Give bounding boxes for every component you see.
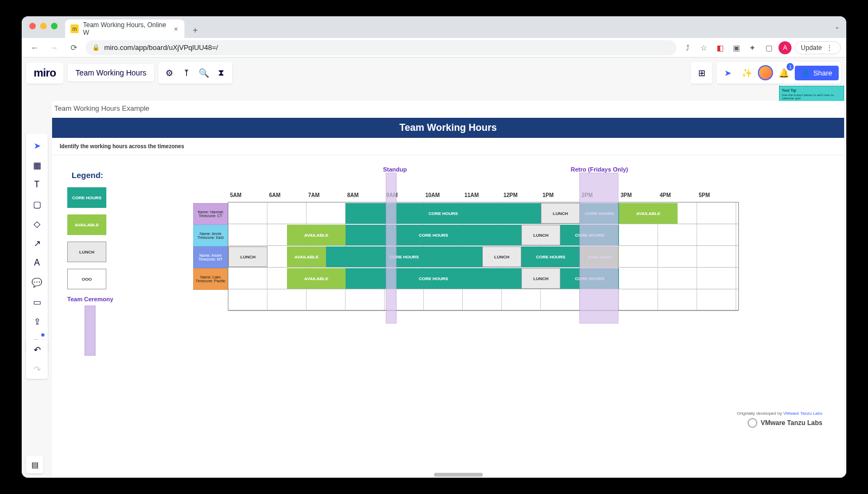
address-bar[interactable]: 🔒 miro.com/app/board/uXjVPqlUU48=/ <box>86 40 676 55</box>
footer-credit: Originally developed by VMware Tanzu Lab… <box>737 411 822 416</box>
update-button[interactable]: Update ⋮ <box>795 41 841 54</box>
block-core[interactable]: CORE HOURS <box>346 225 521 245</box>
block-lunch[interactable]: LUNCH <box>541 203 580 224</box>
profile-avatar[interactable]: A <box>778 41 792 54</box>
miro-right-toolbar: ⊞ ➤ ✨ 🔔1 👤 Share <box>691 62 841 84</box>
search-icon[interactable]: 🔍 <box>195 64 213 81</box>
minimize-window-button[interactable] <box>40 23 47 29</box>
tab-list-button[interactable]: ⌄ <box>834 23 840 30</box>
reactions-icon[interactable]: ✨ <box>738 64 756 81</box>
standup-column[interactable] <box>386 173 397 324</box>
tab-favicon: m <box>71 24 79 33</box>
reload-button[interactable]: ⟳ <box>66 40 81 55</box>
legend-ooo[interactable]: OOO <box>67 269 106 289</box>
retro-label: Retro (Fridays Only) <box>571 166 628 173</box>
hour-label: 6AM <box>269 192 308 198</box>
block-lunch[interactable]: LUNCH <box>228 246 267 267</box>
extension-icon[interactable]: ◧ <box>713 41 726 54</box>
hours-header: 5AM 6AM 7AM 8AM 9AM 10AM 11AM 12PM 1PM 2… <box>230 192 738 198</box>
close-window-button[interactable] <box>29 23 36 29</box>
extensions-puzzle-icon[interactable]: ✦ <box>746 41 759 54</box>
retro-column[interactable] <box>579 173 618 324</box>
frame-icon[interactable]: ▭ <box>26 292 48 312</box>
collaborator-avatar[interactable] <box>758 65 773 80</box>
back-button[interactable]: ← <box>27 40 42 55</box>
shapes-icon[interactable]: ◇ <box>26 214 48 233</box>
notification-badge: 1 <box>787 63 794 71</box>
forward-button[interactable]: → <box>47 40 62 55</box>
legend-available[interactable]: AVAILABLE <box>67 214 106 235</box>
notifications-icon[interactable]: 🔔1 <box>775 64 793 81</box>
schedule-row <box>228 289 738 311</box>
tooltip-sticky[interactable]: Tool Tip Use the button below to add row… <box>779 86 844 103</box>
block-available[interactable]: AVAILABLE <box>287 268 346 289</box>
share-page-icon[interactable]: ⤴ <box>681 41 694 54</box>
miro-app: miro Team Working Hours ⚙ ⤒ 🔍 ⧗ ⊞ ➤ ✨ 🔔1 <box>22 58 846 478</box>
block-core[interactable]: CORE HOURS <box>346 268 521 289</box>
upload-icon[interactable]: ⇪ <box>26 312 48 331</box>
person-label[interactable]: Name: Hannah Timezone: CT <box>193 203 228 225</box>
extension-area: ⤴ ☆ ◧ ▣ ✦ ▢ A Update ⋮ <box>681 41 841 54</box>
text-tool-icon[interactable]: T <box>26 175 48 194</box>
browser-tab[interactable]: m Team Working Hours, Online W × <box>65 20 184 38</box>
miro-logo[interactable]: miro <box>26 62 63 84</box>
share-button[interactable]: 👤 Share <box>795 66 839 80</box>
block-core[interactable]: CORE HOURS <box>326 246 482 267</box>
board-name[interactable]: Team Working Hours <box>68 64 154 81</box>
settings-icon[interactable]: ⚙ <box>161 64 178 81</box>
new-tab-button[interactable]: + <box>188 23 203 38</box>
person-label[interactable]: Name: Annie Timezone: East <box>193 225 228 246</box>
horizontal-scrollbar[interactable] <box>434 473 483 477</box>
hour-label: 8AM <box>347 192 386 198</box>
board-body: Legend: CORE HOURS AVAILABLE LUNCH OOO T… <box>52 155 844 405</box>
schedule-row: CORE HOURS LUNCH CORE HOURS AVAILABLE <box>228 202 738 224</box>
block-lunch[interactable]: LUNCH <box>521 268 560 289</box>
hour-label: 3PM <box>621 192 660 198</box>
close-tab-icon[interactable]: × <box>173 25 179 33</box>
legend-title: Legend: <box>72 170 132 180</box>
block-available[interactable]: AVAILABLE <box>619 203 678 224</box>
person-label[interactable]: Name: Andre Timezone: MT <box>193 246 228 268</box>
redo-icon[interactable]: ↷ <box>26 359 48 379</box>
chrome-menu-icon[interactable]: ⋮ <box>824 44 835 52</box>
maximize-window-button[interactable] <box>51 23 58 29</box>
legend-lunch[interactable]: LUNCH <box>67 242 106 262</box>
cursor-icon[interactable]: ➤ <box>719 64 736 81</box>
undo-icon[interactable]: ↶ <box>26 340 48 359</box>
schedule-row: AVAILABLE CORE HOURS LUNCH CORE HOURS <box>228 224 738 246</box>
export-icon[interactable]: ⤒ <box>178 64 195 81</box>
schedule-row: AVAILABLE CORE HOURS LUNCH CORE HOURS <box>228 268 738 289</box>
block-available[interactable]: AVAILABLE <box>287 246 326 267</box>
bookmark-icon[interactable]: ☆ <box>697 41 710 54</box>
block-core[interactable]: CORE HOURS <box>521 246 580 267</box>
board-canvas[interactable]: Team Working Hours Example Team Working … <box>52 101 844 476</box>
apps-panel[interactable]: ⊞ <box>691 62 712 84</box>
miro-topbar: miro Team Working Hours ⚙ ⤒ 🔍 ⧗ <box>26 62 232 84</box>
minimap-icon[interactable]: ▤ <box>26 456 43 473</box>
board-actions: ⚙ ⤒ 🔍 ⧗ <box>158 62 232 84</box>
templates-icon[interactable]: ▦ <box>26 155 48 175</box>
block-core[interactable]: CORE HOURS <box>346 203 541 224</box>
person-label[interactable]: Name: Liam Timezone: Pacific <box>193 268 228 290</box>
select-tool-icon[interactable]: ➤ <box>26 136 48 155</box>
side-panel-icon[interactable]: ▢ <box>762 41 775 54</box>
tooltip-body: Use the button below to add rows to cale… <box>782 93 841 100</box>
block-lunch[interactable]: LUNCH <box>521 225 560 245</box>
legend-core[interactable]: CORE HOURS <box>67 187 106 208</box>
lock-icon: 🔒 <box>92 44 100 51</box>
legend-ceremony-label: Team Ceremony <box>67 296 132 302</box>
block-available[interactable]: AVAILABLE <box>287 225 346 245</box>
connect-line-icon[interactable]: ↗ <box>26 233 48 253</box>
sticky-note-icon[interactable]: ▢ <box>26 194 48 214</box>
board-subtitle: Identify the working hours across the ti… <box>52 138 844 155</box>
apps-icon[interactable]: ⊞ <box>693 64 710 81</box>
comment-icon[interactable]: 💬 <box>26 273 48 292</box>
block-lunch[interactable]: LUNCH <box>482 246 521 267</box>
pen-icon[interactable]: A <box>26 253 48 273</box>
footer-credit-link[interactable]: VMware Tanzu Labs <box>783 411 822 416</box>
hour-label: 11AM <box>464 192 503 198</box>
example-title: Team Working Hours Example <box>52 101 844 112</box>
timer-icon[interactable]: ⧗ <box>213 64 230 81</box>
legend-ceremony-block[interactable] <box>85 306 95 356</box>
extension-icon[interactable]: ▣ <box>730 41 743 54</box>
